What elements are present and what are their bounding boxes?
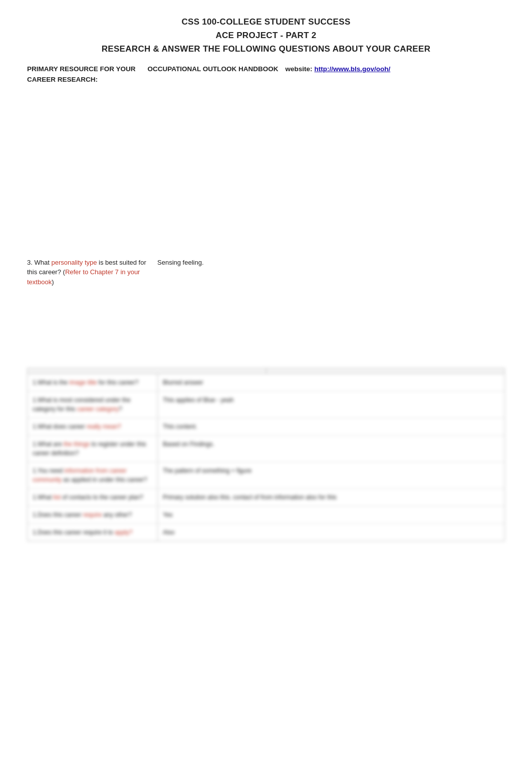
table-cell-q8-left: 1.Does this career require it to apply? bbox=[28, 524, 158, 541]
q3-part3: ) bbox=[52, 278, 54, 286]
q3-answer-text: Sensing feeling. bbox=[157, 259, 204, 266]
table-cell-q5-right: The pattern of something + figure bbox=[158, 462, 504, 488]
table-row: 1.Does this career require any other? Ye… bbox=[28, 506, 504, 524]
table-cell-q3-left: 1.What does career really mean? bbox=[28, 418, 158, 435]
answer-table: 1.What is the image title for this caree… bbox=[27, 368, 505, 541]
table-cell-q2-left: 1.What is most considered under the cate… bbox=[28, 392, 158, 418]
question-3-answer: Sensing feeling. bbox=[157, 258, 505, 268]
primary-resource-label: PRIMARY RESOURCE FOR YOUR bbox=[27, 65, 136, 73]
header-line3: RESEARCH & ANSWER THE FOLLOWING QUESTION… bbox=[102, 44, 430, 54]
table-cell-q8-right: Also bbox=[158, 524, 504, 541]
question-3-block: 3. What personality type is best suited … bbox=[27, 258, 505, 287]
table-cell-q6-right: Primary solution also this. contact of f… bbox=[158, 489, 504, 506]
question-3-text: 3. What personality type is best suited … bbox=[27, 258, 157, 287]
page-header: CSS 100-COLLEGE STUDENT SUCCESS ACE PROJ… bbox=[27, 15, 505, 56]
table-cell-q1-left: 1.What is the image title for this caree… bbox=[28, 374, 158, 391]
table-cell-q7-right: Yes bbox=[158, 506, 504, 523]
table-row: 1.What are the things to register under … bbox=[28, 436, 504, 462]
table-cell-q4-right: Based on Findings. bbox=[158, 436, 504, 462]
handbook-label: OCCUPATIONAL OUTLOOK HANDBOOK bbox=[148, 65, 279, 73]
table-row: 1.What is most considered under the cate… bbox=[28, 392, 504, 418]
spacer-middle bbox=[27, 298, 505, 358]
table-row: 1.What does career really mean? This con… bbox=[28, 418, 504, 436]
table-cell-q6-left: 1.What list of contacts to the career pl… bbox=[28, 489, 158, 506]
table-col1-header bbox=[28, 368, 267, 373]
table-col2-header bbox=[267, 368, 505, 373]
spacer-top bbox=[27, 87, 505, 258]
career-research-label: CAREER RESEARCH: bbox=[27, 76, 505, 83]
resource-line: PRIMARY RESOURCE FOR YOUR OCCUPATIONAL O… bbox=[27, 65, 505, 73]
table-row: 1.What list of contacts to the career pl… bbox=[28, 489, 504, 506]
table-cell-q3-right: This content. bbox=[158, 418, 504, 435]
table-cell-q4-left: 1.What are the things to register under … bbox=[28, 436, 158, 462]
table-header bbox=[28, 368, 504, 374]
header-line1: CSS 100-COLLEGE STUDENT SUCCESS bbox=[181, 17, 350, 27]
website-label: website: bbox=[286, 65, 313, 73]
table-cell-q7-left: 1.Does this career require any other? bbox=[28, 506, 158, 523]
resource-url[interactable]: http://www.bls.gov/ooh/ bbox=[315, 65, 391, 73]
table-cell-q5-left: 1.You need information from career commu… bbox=[28, 462, 158, 488]
q3-highlight1: personality type bbox=[51, 259, 97, 266]
table-row: 1.What is the image title for this caree… bbox=[28, 374, 504, 392]
table-cell-q2-right: This applies of Blue - yeah bbox=[158, 392, 504, 418]
table-row: 1.You need information from career commu… bbox=[28, 462, 504, 489]
table-cell-q1-right: Blurred answer bbox=[158, 374, 504, 391]
table-row: 1.Does this career require it to apply? … bbox=[28, 524, 504, 541]
header-line2: ACE PROJECT - PART 2 bbox=[215, 31, 316, 40]
q3-part1: 3. What bbox=[27, 259, 51, 266]
